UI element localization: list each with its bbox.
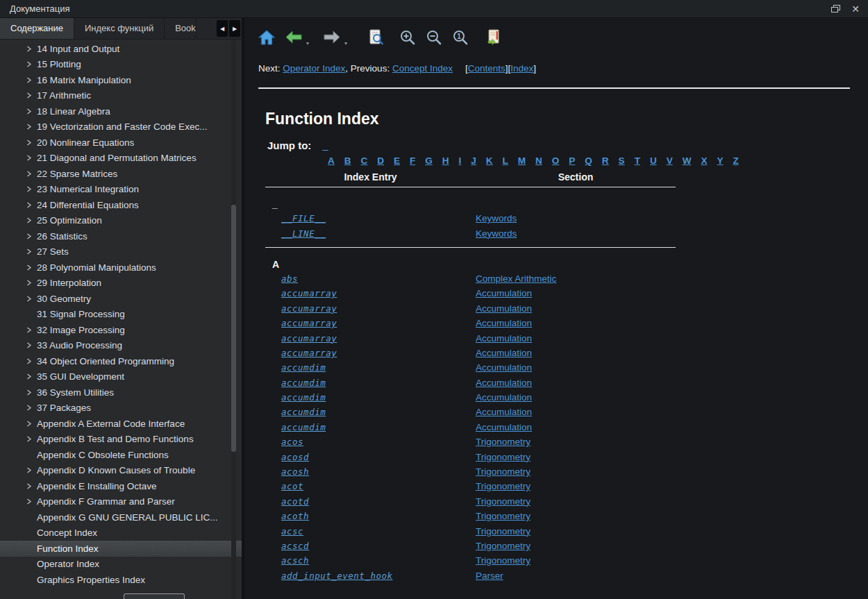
jump-letter-link[interactable]: C: [361, 155, 368, 166]
section-link[interactable]: Trigonometry: [476, 555, 676, 566]
chevron-right-icon[interactable]: [26, 483, 37, 489]
chevron-right-icon[interactable]: [26, 124, 37, 130]
chevron-right-icon[interactable]: [26, 92, 37, 99]
chevron-right-icon[interactable]: [26, 140, 37, 146]
tree-item[interactable]: Appendix C Obsolete Functions: [0, 447, 242, 463]
home-icon[interactable]: [257, 28, 276, 47]
chevron-right-icon[interactable]: [26, 373, 37, 380]
section-link[interactable]: Trigonometry: [476, 511, 676, 521]
section-link[interactable]: Accumulation: [476, 362, 676, 373]
chevron-right-icon[interactable]: [26, 327, 37, 333]
tree-item[interactable]: 17 Arithmetic: [0, 88, 242, 104]
function-reference-icon[interactable]: [485, 28, 504, 47]
function-entry-link[interactable]: accumdim: [281, 407, 476, 417]
tree-item[interactable]: 28 Polynomial Manipulations: [0, 260, 242, 276]
section-link[interactable]: Trigonometry: [476, 466, 676, 477]
chevron-right-icon[interactable]: [26, 436, 37, 442]
chevron-right-icon[interactable]: [26, 171, 37, 177]
function-entry-link[interactable]: accumdim: [281, 362, 476, 373]
tree-item[interactable]: 16 Matrix Manipulation: [0, 72, 242, 88]
tree-item[interactable]: 37 Packages: [0, 400, 242, 416]
zoom-in-icon[interactable]: [398, 28, 417, 47]
search-box-partial[interactable]: [124, 593, 185, 599]
jump-letter-link[interactable]: B: [344, 155, 351, 166]
tree-item[interactable]: 22 Sparse Matrices: [0, 166, 242, 182]
tree-item[interactable]: Appendix F Grammar and Parser: [0, 494, 242, 510]
jump-letter-link[interactable]: U: [650, 155, 657, 166]
chevron-right-icon[interactable]: [26, 467, 37, 473]
tree-item[interactable]: Appendix E Installing Octave: [0, 478, 242, 494]
section-link[interactable]: Parser: [476, 571, 676, 581]
chevron-right-icon[interactable]: [26, 280, 37, 286]
chevron-right-icon[interactable]: [26, 248, 37, 255]
forward-history-dropdown-icon[interactable]: ▾: [344, 40, 347, 47]
tab-bookmarks[interactable]: Book: [165, 18, 197, 39]
jump-letter-link[interactable]: A: [328, 155, 335, 166]
jump-letter-link[interactable]: M: [518, 155, 526, 166]
jump-underscore-link[interactable]: _: [322, 140, 328, 151]
jump-letter-link[interactable]: X: [701, 155, 707, 166]
section-link[interactable]: Trigonometry: [476, 496, 676, 507]
jump-letter-link[interactable]: Q: [585, 155, 592, 166]
close-icon[interactable]: ✕: [851, 4, 860, 14]
function-entry-link[interactable]: __LINE__: [281, 228, 476, 239]
function-entry-link[interactable]: accumarray: [281, 333, 476, 344]
tree-item[interactable]: 32 Image Processing: [0, 322, 242, 338]
jump-letter-link[interactable]: H: [442, 155, 449, 166]
sidebar-scrollbar[interactable]: [231, 40, 236, 599]
nav-contents-link[interactable]: Contents: [468, 63, 506, 74]
jump-letter-link[interactable]: R: [602, 155, 609, 166]
tree-item[interactable]: 20 Nonlinear Equations: [0, 135, 242, 151]
tree-item[interactable]: 21 Diagonal and Permutation Matrices: [0, 151, 242, 167]
jump-letter-link[interactable]: G: [425, 155, 433, 166]
sidebar-scrollbar-thumb[interactable]: [231, 205, 236, 452]
jump-letter-link[interactable]: E: [394, 155, 400, 166]
jump-letter-link[interactable]: I: [459, 155, 462, 166]
jump-letter-link[interactable]: O: [552, 155, 560, 166]
tree-item[interactable]: 19 Vectorization and Faster Code Exec...: [0, 119, 242, 135]
jump-letter-link[interactable]: L: [503, 155, 508, 166]
chevron-right-icon[interactable]: [26, 155, 37, 161]
tree-item[interactable]: 33 Audio Processing: [0, 338, 242, 354]
function-entry-link[interactable]: accumarray: [281, 348, 476, 358]
jump-letter-link[interactable]: V: [667, 155, 673, 166]
section-link[interactable]: Accumulation: [476, 288, 676, 298]
function-entry-link[interactable]: acsch: [281, 555, 476, 566]
section-link[interactable]: Accumulation: [476, 378, 676, 388]
nav-index-link[interactable]: Index: [510, 63, 533, 74]
tree-item[interactable]: 35 GUI Development: [0, 369, 242, 385]
jump-letter-link[interactable]: T: [635, 155, 640, 166]
chevron-right-icon[interactable]: [26, 108, 37, 115]
function-entry-link[interactable]: acscd: [281, 541, 476, 551]
function-entry-link[interactable]: acos: [281, 437, 476, 447]
tab-contents[interactable]: Содержание: [0, 18, 74, 39]
jump-letter-link[interactable]: N: [535, 155, 542, 166]
zoom-out-icon[interactable]: [424, 28, 444, 47]
jump-letter-link[interactable]: Z: [733, 155, 738, 166]
tree-item[interactable]: 30 Geometry: [0, 291, 242, 307]
chevron-right-icon[interactable]: [26, 498, 37, 505]
function-entry-link[interactable]: acosd: [281, 452, 476, 462]
function-entry-link[interactable]: accumarray: [281, 303, 476, 314]
tree-item[interactable]: 29 Interpolation: [0, 276, 242, 292]
function-entry-link[interactable]: abs: [281, 273, 476, 284]
tree-item[interactable]: 27 Sets: [0, 244, 242, 260]
tree-item[interactable]: 23 Numerical Integration: [0, 182, 242, 198]
find-in-page-icon[interactable]: [367, 28, 386, 47]
function-entry-link[interactable]: accumarray: [281, 288, 476, 298]
tree-item[interactable]: Graphics Properties Index: [0, 572, 242, 588]
chevron-right-icon[interactable]: [26, 264, 37, 271]
tree-item[interactable]: 34 Object Oriented Programming: [0, 353, 242, 369]
chevron-right-icon[interactable]: [26, 389, 37, 396]
function-entry-link[interactable]: accumarray: [281, 318, 476, 328]
tree-item[interactable]: Appendix A External Code Interface: [0, 416, 242, 432]
tree-item[interactable]: 26 Statistics: [0, 228, 242, 244]
tree-item[interactable]: Appendix D Known Causes of Trouble: [0, 463, 242, 479]
tab-scroll-left-button[interactable]: ◀: [217, 20, 228, 37]
back-history-dropdown-icon[interactable]: ▾: [306, 40, 309, 47]
tree-item[interactable]: 18 Linear Algebra: [0, 103, 242, 119]
float-window-icon[interactable]: [831, 5, 840, 13]
tree-item[interactable]: 24 Differential Equations: [0, 197, 242, 213]
chevron-right-icon[interactable]: [26, 217, 37, 223]
section-link[interactable]: Trigonometry: [476, 541, 676, 551]
